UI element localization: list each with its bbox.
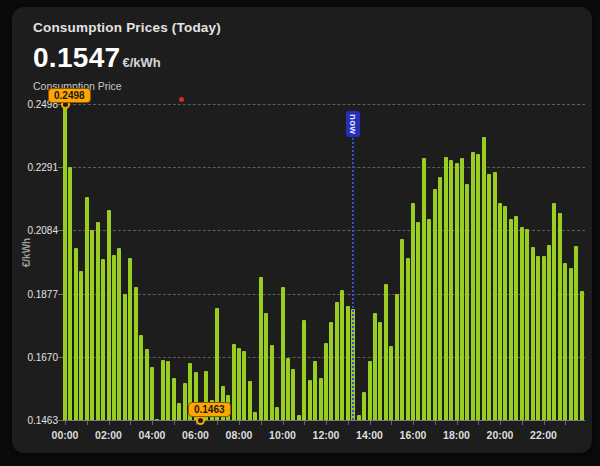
x-axis-tick — [261, 421, 262, 425]
price-bar[interactable] — [389, 346, 393, 420]
price-bar[interactable] — [166, 361, 170, 420]
price-bar[interactable] — [346, 306, 350, 420]
price-bar[interactable] — [232, 344, 236, 420]
price-bar[interactable] — [313, 361, 317, 420]
price-bar[interactable] — [329, 322, 333, 420]
x-axis-tick — [326, 421, 327, 425]
price-bar[interactable] — [340, 290, 344, 420]
price-bar[interactable] — [63, 104, 67, 420]
now-line — [352, 138, 354, 420]
red-dot-marker — [179, 97, 184, 102]
price-bar[interactable] — [335, 302, 339, 420]
price-bar[interactable] — [520, 227, 524, 420]
price-bar[interactable] — [286, 358, 290, 420]
price-bar[interactable] — [427, 219, 431, 420]
price-bar[interactable] — [444, 157, 448, 420]
price-bar[interactable] — [406, 258, 410, 420]
price-bar[interactable] — [68, 167, 72, 420]
price-bar[interactable] — [264, 313, 268, 420]
price-bar[interactable] — [476, 154, 480, 420]
price-bar[interactable] — [514, 216, 518, 420]
price-bar[interactable] — [378, 322, 382, 420]
price-bar[interactable] — [536, 256, 540, 420]
price-bar[interactable] — [433, 189, 437, 420]
y-axis: 0.24980.22910.20840.18770.16700.1463 — [12, 104, 58, 420]
price-bar[interactable] — [128, 258, 132, 420]
price-bar[interactable] — [465, 184, 469, 420]
price-bar[interactable] — [145, 349, 149, 420]
price-bar[interactable] — [362, 392, 366, 420]
price-bar[interactable] — [569, 268, 573, 420]
price-bar[interactable] — [237, 348, 241, 420]
x-axis-tick — [370, 421, 371, 425]
x-axis-tick — [500, 421, 501, 425]
x-axis-tick — [544, 421, 545, 425]
price-bar[interactable] — [248, 381, 252, 420]
price-bar[interactable] — [400, 239, 404, 420]
price-bar[interactable] — [112, 255, 116, 420]
price-bar[interactable] — [438, 177, 442, 420]
price-bar[interactable] — [259, 277, 263, 420]
price-bar[interactable] — [563, 263, 567, 420]
price-bar[interactable] — [270, 345, 274, 420]
price-bar[interactable] — [253, 412, 257, 420]
y-tick-label: 0.1670 — [12, 352, 58, 363]
price-bar[interactable] — [74, 248, 78, 420]
price-bar[interactable] — [275, 407, 279, 420]
price-bar[interactable] — [558, 213, 562, 420]
plot-area: 0.24980.1463now — [63, 104, 585, 421]
price-bar[interactable] — [574, 246, 578, 420]
price-bar[interactable] — [79, 271, 83, 420]
price-bar[interactable] — [384, 284, 388, 420]
price-bar[interactable] — [96, 222, 100, 420]
price-bar[interactable] — [183, 383, 187, 420]
price-bar[interactable] — [395, 294, 399, 420]
price-bar[interactable] — [319, 378, 323, 420]
price-bar[interactable] — [161, 360, 165, 420]
price-bar[interactable] — [503, 206, 507, 420]
price-bar[interactable] — [411, 203, 415, 420]
price-bar[interactable] — [101, 259, 105, 420]
price-bar[interactable] — [580, 291, 584, 420]
price-bar[interactable] — [134, 287, 138, 420]
x-tick-label: 22:00 — [524, 429, 564, 441]
price-bar[interactable] — [368, 361, 372, 420]
price-bar[interactable] — [542, 256, 546, 420]
price-bar[interactable] — [552, 203, 556, 420]
x-tick-label: 20:00 — [480, 429, 520, 441]
price-bar[interactable] — [531, 247, 535, 420]
price-bar[interactable] — [302, 320, 306, 420]
price-bar[interactable] — [460, 158, 464, 420]
price-bar[interactable] — [107, 210, 111, 420]
price-bar[interactable] — [291, 369, 295, 420]
price-bar[interactable] — [85, 197, 89, 420]
price-bar[interactable] — [172, 378, 176, 420]
price-bar[interactable] — [242, 351, 246, 420]
price-bar[interactable] — [150, 367, 154, 420]
x-axis-tick — [435, 421, 436, 425]
price-bar[interactable] — [471, 152, 475, 420]
price-bar[interactable] — [308, 380, 312, 420]
now-badge: now — [346, 111, 360, 137]
price-bar[interactable] — [123, 294, 127, 420]
price-bar[interactable] — [449, 160, 453, 420]
price-bar[interactable] — [455, 163, 459, 420]
price-bar[interactable] — [373, 313, 377, 420]
price-bar[interactable] — [117, 248, 121, 420]
price-bar[interactable] — [482, 137, 486, 420]
price-bar[interactable] — [422, 158, 426, 420]
price-bar[interactable] — [487, 174, 491, 420]
x-axis-tick — [413, 421, 414, 425]
price-bar[interactable] — [416, 222, 420, 420]
price-bar[interactable] — [525, 229, 529, 420]
price-bar[interactable] — [139, 335, 143, 420]
x-axis-tick — [239, 421, 240, 425]
price-bar[interactable] — [509, 219, 513, 420]
price-bar[interactable] — [90, 230, 94, 420]
price-bar[interactable] — [493, 172, 497, 420]
price-bar[interactable] — [177, 403, 181, 420]
price-bar[interactable] — [281, 287, 285, 420]
price-bar[interactable] — [547, 245, 551, 420]
price-bar[interactable] — [498, 203, 502, 420]
price-bar[interactable] — [324, 343, 328, 420]
